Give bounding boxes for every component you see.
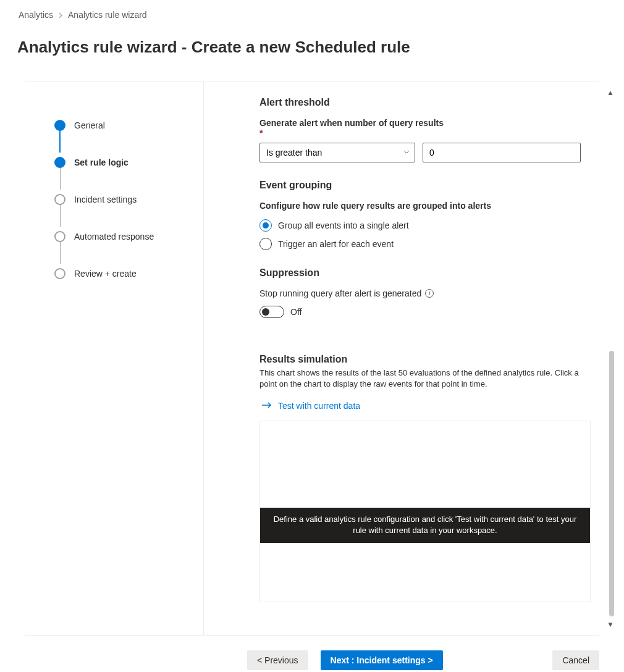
step-label: General: [74, 120, 105, 130]
threshold-operator-select[interactable]: [259, 143, 415, 162]
step-general[interactable]: General: [54, 107, 203, 144]
step-automated-response[interactable]: Automated response: [54, 218, 203, 255]
simulation-chart: Define a valid analytics rule configurat…: [259, 421, 591, 602]
suppression-heading: Suppression: [259, 267, 593, 279]
step-label: Review + create: [74, 269, 137, 279]
wizard-footer: < Previous Next : Incident settings > Ca…: [0, 636, 624, 672]
scrollbar[interactable]: [609, 351, 614, 616]
test-with-current-data-link[interactable]: Test with current data: [259, 401, 593, 411]
info-icon[interactable]: i: [425, 289, 434, 298]
step-dot-filled-icon: [54, 120, 65, 131]
results-simulation-heading: Results simulation: [259, 354, 593, 365]
step-label: Automated response: [74, 232, 154, 242]
step-label: Set rule logic: [74, 158, 129, 167]
event-grouping-heading: Event grouping: [259, 180, 593, 191]
radio-checked-icon: [259, 219, 272, 232]
breadcrumb: Analytics Analytics rule wizard: [0, 0, 624, 25]
page-title: Analytics rule wizard - Create a new Sch…: [0, 35, 624, 70]
step-dot-empty-icon: [54, 231, 65, 242]
previous-button[interactable]: < Previous: [247, 650, 308, 670]
breadcrumb-separator-icon: [58, 10, 63, 20]
alert-threshold-label: Generate alert when number of query resu…: [259, 118, 445, 138]
scroll-up-icon[interactable]: ▲: [607, 88, 614, 97]
breadcrumb-current: Analytics rule wizard: [68, 10, 147, 20]
step-set-rule-logic[interactable]: Set rule logic: [54, 144, 203, 181]
simulation-banner: Define a valid analytics rule configurat…: [260, 508, 590, 542]
breadcrumb-root[interactable]: Analytics: [19, 10, 53, 20]
radio-trigger-each-event[interactable]: Trigger an alert for each event: [259, 238, 593, 250]
radio-unchecked-icon: [259, 238, 272, 250]
step-review-create[interactable]: Review + create: [54, 255, 203, 292]
step-label: Incident settings: [74, 195, 137, 204]
toggle-state-label: Off: [290, 307, 301, 317]
cancel-button[interactable]: Cancel: [552, 650, 599, 670]
step-dot-filled-icon: [54, 157, 65, 168]
suppression-toggle[interactable]: [259, 306, 284, 318]
suppression-label: Stop running query after alert is genera…: [259, 288, 421, 298]
alert-threshold-heading: Alert threshold: [259, 97, 593, 108]
threshold-value-input[interactable]: [423, 143, 581, 162]
toggle-knob-icon: [262, 308, 269, 316]
wizard-steps-sidebar: General Set rule logic Incident settings…: [25, 82, 204, 635]
radio-group-single-alert[interactable]: Group all events into a single alert: [259, 219, 593, 232]
radio-label: Group all events into a single alert: [278, 220, 409, 230]
scroll-down-icon[interactable]: ▼: [607, 620, 614, 629]
step-incident-settings[interactable]: Incident settings: [54, 181, 203, 218]
step-dot-empty-icon: [54, 268, 65, 279]
event-grouping-desc: Configure how rule query results are gro…: [259, 201, 593, 211]
step-dot-empty-icon: [54, 194, 65, 205]
main-content: ▲ Alert threshold Generate alert when nu…: [204, 82, 624, 635]
arrow-right-icon: [262, 401, 272, 411]
next-button[interactable]: Next : Incident settings >: [321, 650, 443, 670]
radio-label: Trigger an alert for each event: [278, 239, 394, 249]
results-simulation-desc: This chart shows the results of the last…: [259, 368, 581, 390]
